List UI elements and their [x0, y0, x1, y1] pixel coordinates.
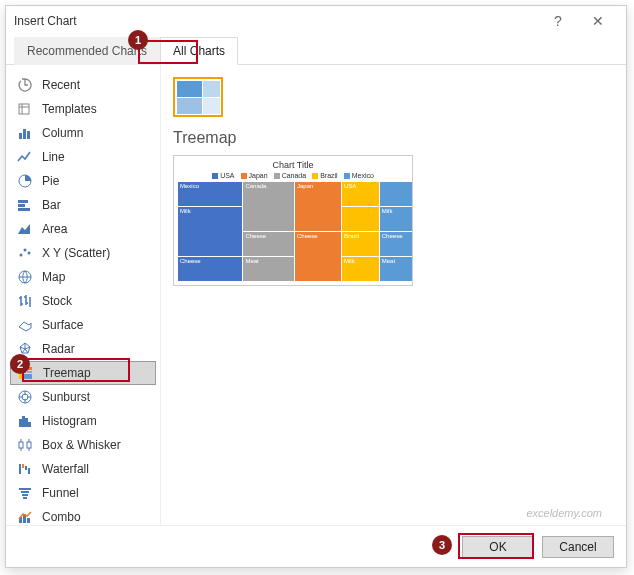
- svg-rect-25: [19, 464, 21, 474]
- chart-preview[interactable]: Chart Title USAJapanCanadaBrazilMexico M…: [173, 155, 413, 286]
- treemap-cell: Milk: [178, 207, 242, 256]
- funnel-icon: [16, 484, 34, 502]
- svg-rect-29: [19, 488, 31, 490]
- cancel-button[interactable]: Cancel: [542, 536, 614, 558]
- chart-subtype-row: [173, 77, 614, 117]
- legend-swatch: [344, 173, 350, 179]
- sidebar-item-combo[interactable]: Combo: [10, 505, 156, 526]
- sidebar-item-funnel[interactable]: Funnel: [10, 481, 156, 505]
- svg-point-8: [20, 254, 23, 257]
- tab-strip: Recommended Charts All Charts: [6, 36, 626, 65]
- sidebar-item-label: Column: [42, 126, 83, 140]
- chart-subtype-name: Treemap: [173, 129, 614, 147]
- sidebar-item-scatter[interactable]: X Y (Scatter): [10, 241, 156, 265]
- treemap-cell: Meat: [380, 257, 412, 281]
- treemap-cell: Mexico: [178, 182, 242, 206]
- sidebar-item-radar[interactable]: Radar: [10, 337, 156, 361]
- treemap-cell: Milk: [380, 207, 412, 231]
- legend-label: Canada: [282, 172, 307, 179]
- svg-rect-6: [18, 204, 25, 207]
- sidebar-item-label: Treemap: [43, 366, 91, 380]
- sidebar-item-label: Stock: [42, 294, 72, 308]
- sidebar-item-map[interactable]: Map: [10, 265, 156, 289]
- chart-subtype-treemap[interactable]: [173, 77, 223, 117]
- legend-swatch: [312, 173, 318, 179]
- column-icon: [16, 124, 34, 142]
- treemap-cell: Milk: [342, 257, 379, 281]
- svg-rect-30: [21, 491, 29, 493]
- sidebar-item-histogram[interactable]: Histogram: [10, 409, 156, 433]
- dialog-body: Recent Templates Column Line Pie Bar Are…: [6, 65, 626, 526]
- chart-type-sidebar: Recent Templates Column Line Pie Bar Are…: [6, 65, 161, 526]
- svg-rect-31: [22, 494, 28, 496]
- treemap-cell: Cheese: [243, 232, 294, 256]
- scatter-icon: [16, 244, 34, 262]
- tab-recommended[interactable]: Recommended Charts: [14, 37, 160, 65]
- close-button[interactable]: ✕: [578, 6, 618, 36]
- svg-rect-22: [28, 422, 31, 427]
- sidebar-item-pie[interactable]: Pie: [10, 169, 156, 193]
- dialog-title: Insert Chart: [14, 14, 538, 28]
- preview-legend: USAJapanCanadaBrazilMexico: [178, 172, 408, 179]
- svg-point-10: [28, 252, 31, 255]
- legend-label: Brazil: [320, 172, 338, 179]
- sidebar-item-boxwhisker[interactable]: Box & Whisker: [10, 433, 156, 457]
- sidebar-item-label: Bar: [42, 198, 61, 212]
- treemap-cell: Meat: [243, 257, 294, 281]
- templates-icon: [16, 100, 34, 118]
- bar-icon: [16, 196, 34, 214]
- radar-icon: [16, 340, 34, 358]
- sidebar-item-label: Area: [42, 222, 67, 236]
- dialog-footer: OK Cancel: [6, 525, 626, 567]
- svg-rect-16: [24, 374, 32, 379]
- recent-icon: [16, 76, 34, 94]
- combo-icon: [16, 508, 34, 526]
- sidebar-item-label: Pie: [42, 174, 59, 188]
- treemap-cell: USA: [342, 182, 379, 206]
- sidebar-item-recent[interactable]: Recent: [10, 73, 156, 97]
- sidebar-item-waterfall[interactable]: Waterfall: [10, 457, 156, 481]
- legend-label: Japan: [249, 172, 268, 179]
- sidebar-item-treemap[interactable]: Treemap: [10, 361, 156, 385]
- sidebar-item-label: Line: [42, 150, 65, 164]
- sidebar-item-label: Combo: [42, 510, 81, 524]
- help-button[interactable]: ?: [538, 6, 578, 36]
- sidebar-item-line[interactable]: Line: [10, 145, 156, 169]
- svg-rect-3: [27, 131, 30, 139]
- chart-content-area: Treemap Chart Title USAJapanCanadaBrazil…: [161, 65, 626, 526]
- svg-rect-14: [27, 371, 32, 373]
- svg-point-9: [24, 249, 27, 252]
- legend-swatch: [241, 173, 247, 179]
- sidebar-item-stock[interactable]: Stock: [10, 289, 156, 313]
- surface-icon: [16, 316, 34, 334]
- sidebar-item-area[interactable]: Area: [10, 217, 156, 241]
- sidebar-item-label: Waterfall: [42, 462, 89, 476]
- treemap-cell: Cheese: [178, 257, 242, 281]
- legend-item: Canada: [274, 172, 307, 179]
- sidebar-item-surface[interactable]: Surface: [10, 313, 156, 337]
- treemap-cell: Cheese: [295, 232, 341, 281]
- pie-icon: [16, 172, 34, 190]
- sidebar-item-label: Map: [42, 270, 65, 284]
- treemap-subtype-icon: [177, 81, 219, 113]
- sidebar-item-sunburst[interactable]: Sunburst: [10, 385, 156, 409]
- sidebar-item-label: Templates: [42, 102, 97, 116]
- sidebar-item-column[interactable]: Column: [10, 121, 156, 145]
- area-icon: [16, 220, 34, 238]
- ok-button[interactable]: OK: [462, 536, 534, 558]
- treemap-icon: [17, 364, 35, 382]
- svg-rect-32: [23, 497, 27, 499]
- preview-treemap-body: MexicoCanadaJapanUSAMilkMilkCheeseBrazil…: [178, 182, 408, 281]
- sidebar-item-label: X Y (Scatter): [42, 246, 110, 260]
- svg-rect-26: [22, 464, 24, 468]
- sidebar-item-templates[interactable]: Templates: [10, 97, 156, 121]
- sidebar-item-label: Funnel: [42, 486, 79, 500]
- treemap-cell: Canada: [243, 182, 294, 231]
- sidebar-item-bar[interactable]: Bar: [10, 193, 156, 217]
- svg-rect-0: [19, 104, 29, 114]
- tab-all-charts[interactable]: All Charts: [160, 37, 238, 65]
- svg-rect-7: [18, 208, 30, 211]
- waterfall-icon: [16, 460, 34, 478]
- legend-item: Japan: [241, 172, 268, 179]
- treemap-cell: Japan: [295, 182, 341, 231]
